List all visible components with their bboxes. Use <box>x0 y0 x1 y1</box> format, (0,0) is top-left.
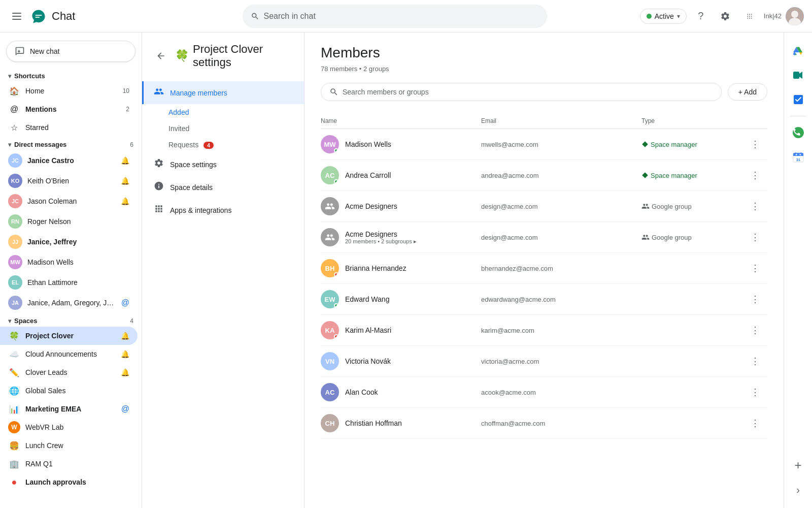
dm-name: Janice, Jeffrey <box>27 238 129 246</box>
kebab-menu-button[interactable]: ⋮ <box>747 198 763 214</box>
kebab-menu-button[interactable]: ⋮ <box>747 167 763 183</box>
member-name: Andrea Carroll <box>345 171 391 179</box>
avatar: JC <box>8 153 22 168</box>
dm-header[interactable]: ▾ Direct messages 6 <box>0 139 142 150</box>
nav-manage-members[interactable]: Manage members <box>142 81 304 104</box>
search-bar[interactable] <box>243 5 547 28</box>
sidebar-item-home[interactable]: 🏠 Home 10 <box>0 82 138 100</box>
member-name: Acme Designers <box>345 230 417 238</box>
group-icon <box>641 202 650 210</box>
svg-rect-1 <box>12 16 21 17</box>
nav-space-details[interactable]: Space details <box>142 176 304 199</box>
sidebar-item-project-clover[interactable]: 🍀 Project Clover 🔔 <box>0 327 138 345</box>
nav-space-settings[interactable]: Space settings <box>142 153 304 176</box>
member-name: Victoria Novák <box>345 357 391 365</box>
sidebar-item-clover-leads[interactable]: ✏️ Clover Leads 🔔 <box>0 363 138 382</box>
google-calendar-icon[interactable]: 31 <box>788 147 808 167</box>
shortcuts-title: ▾ Shortcuts <box>8 72 45 80</box>
sidebar-item-mentions[interactable]: @ Mentions 2 <box>0 100 138 118</box>
expand-right-button[interactable]: › <box>788 480 808 500</box>
apps-icon[interactable] <box>739 6 760 26</box>
status-button[interactable]: Active ▾ <box>640 9 687 24</box>
google-tasks-icon[interactable] <box>788 89 808 110</box>
member-name: Madison Wells <box>345 140 391 148</box>
kebab-menu-button[interactable]: ⋮ <box>747 136 763 152</box>
spaces-count: 4 <box>130 318 133 325</box>
avatar: KO <box>8 174 22 188</box>
sidebar-item-group-dm[interactable]: JA Janice, Adam, Gregory, Jose... @ <box>0 293 138 313</box>
space-name: Cloud Announcements <box>25 350 116 358</box>
space-name: Project Clover <box>25 332 116 340</box>
sidebar-item-janice-jeffrey[interactable]: JJ Janice, Jeffrey <box>0 232 138 252</box>
members-search-input[interactable] <box>343 88 713 96</box>
kebab-menu-button[interactable]: ⋮ <box>747 229 763 245</box>
add-member-button[interactable]: + Add <box>728 83 767 101</box>
spaces-header[interactable]: ▾ Spaces 4 <box>0 315 142 327</box>
sidebar-item-lunch-crew[interactable]: 🍔 Lunch Crew <box>0 436 138 455</box>
help-icon[interactable]: ? <box>691 6 711 26</box>
sidebar-item-madison-wells[interactable]: MW Madison Wells <box>0 252 138 272</box>
members-subtitle: 78 members • 2 groups <box>321 65 767 73</box>
sidebar-item-global-sales[interactable]: 🌐 Global Sales <box>0 382 138 400</box>
shortcuts-header[interactable]: ▾ Shortcuts <box>0 70 142 82</box>
sidebar-item-webvr-lab[interactable]: W WebVR Lab <box>0 418 138 436</box>
sidebar-item-launch-approvals[interactable]: ● Launch approvals <box>0 473 138 491</box>
member-type: Google group <box>641 233 743 241</box>
online-dot <box>334 303 339 308</box>
dm-name: Jason Coleman <box>27 197 116 205</box>
kebab-menu-button[interactable]: ⋮ <box>747 353 763 369</box>
kebab-menu-button[interactable]: ⋮ <box>747 384 763 400</box>
spaces-section: ▾ Spaces 4 🍀 Project Clover 🔔 ☁️ Cloud A… <box>0 315 142 491</box>
nav-apps-integrations[interactable]: Apps & integrations <box>142 199 304 221</box>
col-email: Email <box>481 117 637 124</box>
back-button[interactable] <box>152 47 169 65</box>
google-meet-icon[interactable] <box>788 65 808 85</box>
sidebar-item-jason-coleman[interactable]: JC Jason Coleman 🔔 <box>0 191 138 211</box>
apps-integrations-label: Apps & integrations <box>170 206 231 214</box>
member-email: acook@acme.com <box>481 389 637 396</box>
ram-icon: 🏢 <box>8 458 20 470</box>
google-voice-icon[interactable] <box>788 122 808 143</box>
kebab-menu-button[interactable]: ⋮ <box>747 322 763 338</box>
member-name-cell: Acme Designers 20 members • 2 subgroups … <box>321 228 477 246</box>
members-search-bar[interactable] <box>321 83 722 101</box>
members-header: Members <box>321 45 767 61</box>
svg-rect-0 <box>12 13 21 14</box>
member-name-cell: EW Edward Wang <box>321 290 477 308</box>
kebab-menu-button[interactable]: ⋮ <box>747 415 763 431</box>
sidebar-item-starred[interactable]: ☆ Starred <box>0 118 138 137</box>
user-avatar[interactable] <box>786 7 804 25</box>
google-drive-icon[interactable] <box>788 41 808 61</box>
nav-sub-invited[interactable]: Invited <box>142 120 304 137</box>
sidebar-item-roger-nelson[interactable]: RN Roger Nelson <box>0 211 138 232</box>
home-icon: 🏠 <box>8 85 20 97</box>
sidebar-item-marketing-emea[interactable]: 📊 Marketing EMEA @ <box>0 400 138 418</box>
member-name-cell: MW Madison Wells <box>321 135 477 153</box>
nav-sub-requests[interactable]: Requests 4 <box>142 137 304 153</box>
kebab-menu-button[interactable]: ⋮ <box>747 260 763 276</box>
sidebar-item-keith[interactable]: KO Keith O'Brien 🔔 <box>0 171 138 191</box>
search-input[interactable] <box>264 12 539 21</box>
member-email: andrea@acme.com <box>481 172 637 179</box>
menu-icon[interactable] <box>8 9 25 24</box>
cloud-icon: ☁️ <box>8 348 20 360</box>
sidebar-item-cloud-announcements[interactable]: ☁️ Cloud Announcements 🔔 <box>0 345 138 363</box>
member-email: karim@acme.com <box>481 327 637 334</box>
sidebar-item-ram-q1[interactable]: 🏢 RAM Q1 <box>0 455 138 473</box>
launch-icon: ● <box>8 476 20 488</box>
sidebar-item-janice-castro[interactable]: JC Janice Castro 🔔 <box>0 150 138 171</box>
new-chat-button[interactable]: New chat <box>6 41 136 62</box>
add-app-button[interactable]: + <box>788 455 808 475</box>
new-chat-icon <box>15 46 25 56</box>
nav-sub-added[interactable]: Added <box>142 104 304 120</box>
col-type: Type <box>641 117 743 124</box>
settings-icon[interactable] <box>715 6 735 26</box>
manager-diamond-icon <box>641 172 649 179</box>
sidebar-item-ethan-lattimore[interactable]: EL Ethan Lattimore <box>0 272 138 293</box>
avatar: AC <box>321 383 339 401</box>
settings-emoji: 🍀 <box>175 49 189 62</box>
lunch-icon: 🍔 <box>8 439 20 452</box>
project-clover-icon: 🍀 <box>8 330 20 342</box>
kebab-menu-button[interactable]: ⋮ <box>747 291 763 307</box>
avatar: MW <box>321 135 339 153</box>
